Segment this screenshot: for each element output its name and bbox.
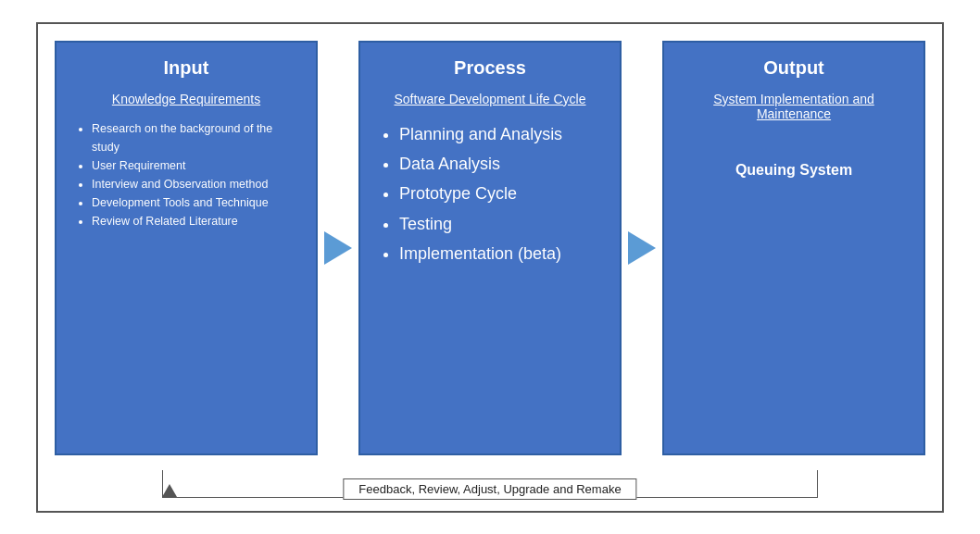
arrow-input-to-process <box>318 41 358 455</box>
list-item: Planning and Analysis <box>399 119 603 149</box>
list-item: Review of Related Literature <box>92 212 299 230</box>
process-bullet-list: Planning and Analysis Data Analysis Prot… <box>377 119 603 269</box>
main-row: Input Knowledge Requirements Research on… <box>55 41 925 455</box>
list-item: Prototype Cycle <box>399 179 603 208</box>
output-content: System Implementation and Maintenance Qu… <box>681 92 907 179</box>
right-vertical-line <box>817 470 818 498</box>
arrow-up-container <box>162 484 177 497</box>
list-item: Interview and Observation method <box>92 175 299 193</box>
list-item: Implementation (beta) <box>399 239 603 268</box>
list-item: Research on the background of the study <box>92 119 299 156</box>
right-arrow-icon <box>324 231 352 265</box>
feedback-row: Feedback, Review, Adjust, Upgrade and Re… <box>55 452 925 498</box>
list-item: Development Tools and Technique <box>92 193 299 212</box>
list-item: Data Analysis <box>399 149 603 179</box>
process-title: Process <box>454 57 526 79</box>
input-box: Input Knowledge Requirements Research on… <box>55 41 318 455</box>
process-box: Process Software Development Life Cycle … <box>358 41 622 455</box>
list-item: Testing <box>399 209 603 239</box>
arrow-process-to-output <box>622 41 662 455</box>
right-arrow-icon <box>628 231 656 265</box>
input-title: Input <box>164 57 209 79</box>
queuing-system-label: Queuing System <box>735 162 852 179</box>
up-arrow-icon <box>162 484 177 497</box>
list-item: User Requirement <box>92 156 299 175</box>
output-subtitle: System Implementation and Maintenance <box>681 92 907 121</box>
feedback-label: Feedback, Review, Adjust, Upgrade and Re… <box>343 478 636 500</box>
input-bullet-list: Research on the background of the study … <box>73 119 299 230</box>
output-title: Output <box>763 57 824 79</box>
process-subtitle: Software Development Life Cycle <box>395 92 586 106</box>
diagram-container: Input Knowledge Requirements Research on… <box>36 22 944 513</box>
output-box: Output System Implementation and Mainten… <box>662 41 925 455</box>
input-subtitle: Knowledge Requirements <box>112 92 260 106</box>
